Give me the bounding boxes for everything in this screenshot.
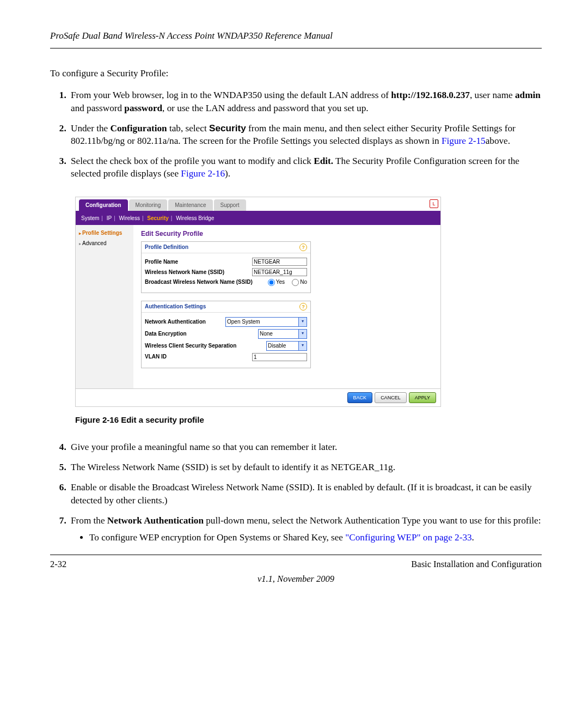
tab-configuration[interactable]: Configuration bbox=[79, 199, 128, 211]
sidebar-profile-settings[interactable]: ▸Profile Settings bbox=[79, 229, 133, 237]
ssid-label: Wireless Network Name (SSID) bbox=[145, 269, 224, 276]
steps-list-cont: Give your profile a meaningful name so t… bbox=[50, 441, 542, 544]
tab-monitoring[interactable]: Monitoring bbox=[129, 199, 168, 211]
vlan-id-input[interactable] bbox=[252, 353, 307, 361]
main-tabs: Configuration Monitoring Maintenance Sup… bbox=[76, 197, 440, 212]
submenu-security[interactable]: Security bbox=[147, 215, 168, 221]
intro-text: To configure a Security Profile: bbox=[50, 67, 542, 80]
back-button[interactable]: BACK bbox=[347, 392, 373, 403]
data-encryption-label: Data Encryption bbox=[145, 330, 187, 338]
step-3: Select the check box of the profile you … bbox=[69, 155, 542, 180]
figure-caption: Figure 2-16 Edit a security profile bbox=[75, 415, 542, 425]
profile-name-input[interactable] bbox=[252, 258, 307, 266]
submenu: System| IP| Wireless| Security| Wireless… bbox=[76, 212, 440, 225]
client-separation-label: Wireless Client Security Separation bbox=[145, 342, 236, 350]
broadcast-ssid-label: Broadcast Wireless Network Name (SSID) bbox=[145, 278, 253, 286]
submenu-wireless[interactable]: Wireless bbox=[119, 215, 140, 221]
apply-button[interactable]: APPLY bbox=[409, 392, 436, 403]
page-footer: 2-32 Basic Installation and Configuratio… bbox=[50, 555, 542, 570]
step-2: Under the Configuration tab, select Secu… bbox=[69, 122, 542, 147]
chevron-down-icon: ▾ bbox=[298, 330, 307, 338]
version-text: v1.1, November 2009 bbox=[50, 573, 542, 585]
step-5: The Wireless Network Name (SSID) is set … bbox=[69, 461, 542, 473]
chevron-down-icon: ▾ bbox=[298, 342, 307, 350]
panel-title: Edit Security Profile bbox=[141, 229, 433, 238]
step-6: Enable or disable the Broadcast Wireless… bbox=[69, 481, 542, 506]
help-icon[interactable]: ? bbox=[299, 244, 307, 251]
action-footer: BACK CANCEL APPLY bbox=[76, 388, 440, 406]
profile-definition-box: Profile Definition ? Profile Name Wirele… bbox=[141, 241, 311, 293]
manual-header: ProSafe Dual Band Wireless-N Access Poin… bbox=[50, 30, 542, 48]
ssid-input[interactable] bbox=[252, 268, 307, 276]
bullet-wep: To configure WEP encryption for Open Sys… bbox=[89, 531, 542, 544]
step-4: Give your profile a meaningful name so t… bbox=[69, 441, 542, 453]
embedded-screenshot: Configuration Monitoring Maintenance Sup… bbox=[75, 197, 542, 407]
help-icon[interactable]: ? bbox=[299, 303, 307, 311]
sidebar: ▸Profile Settings ▸Advanced bbox=[76, 225, 133, 388]
chevron-right-icon: ▸ bbox=[79, 231, 81, 236]
cancel-button[interactable]: CANCEL bbox=[375, 392, 407, 403]
profile-name-label: Profile Name bbox=[145, 258, 178, 266]
figure-2-16-link[interactable]: Figure 2-16 bbox=[181, 168, 225, 179]
broadcast-yes-radio[interactable] bbox=[268, 279, 275, 286]
submenu-wireless-bridge[interactable]: Wireless Bridge bbox=[176, 215, 214, 221]
figure-2-15-link[interactable]: Figure 2-15 bbox=[442, 136, 486, 146]
chevron-down-icon: ▾ bbox=[298, 318, 307, 326]
page-number: 2-32 bbox=[50, 558, 66, 570]
client-separation-select[interactable]: Disable▾ bbox=[266, 341, 307, 351]
data-encryption-select[interactable]: None▾ bbox=[258, 329, 307, 339]
network-auth-label: Network Authentication bbox=[145, 318, 206, 326]
sidebar-advanced[interactable]: ▸Advanced bbox=[79, 240, 133, 247]
tab-maintenance[interactable]: Maintenance bbox=[168, 199, 212, 211]
tab-support[interactable]: Support bbox=[214, 199, 246, 211]
chevron-right-icon: ▸ bbox=[79, 241, 81, 246]
network-auth-select[interactable]: Open System▾ bbox=[225, 317, 307, 327]
submenu-ip[interactable]: IP bbox=[107, 215, 112, 221]
step-1: From your Web browser, log in to the WND… bbox=[69, 89, 542, 114]
logout-icon[interactable]: L bbox=[430, 199, 438, 208]
vlan-id-label: VLAN ID bbox=[145, 353, 167, 361]
broadcast-no-radio[interactable] bbox=[292, 279, 299, 286]
submenu-system[interactable]: System bbox=[81, 215, 99, 221]
step-7: From the Network Authentication pull-dow… bbox=[69, 514, 542, 544]
configuring-wep-link[interactable]: "Configuring WEP" on page 2-33 bbox=[345, 532, 471, 543]
authentication-settings-box: Authentication Settings ? Network Authen… bbox=[141, 301, 311, 368]
section-name: Basic Installation and Configuration bbox=[411, 558, 542, 570]
steps-list: From your Web browser, log in to the WND… bbox=[50, 89, 542, 180]
